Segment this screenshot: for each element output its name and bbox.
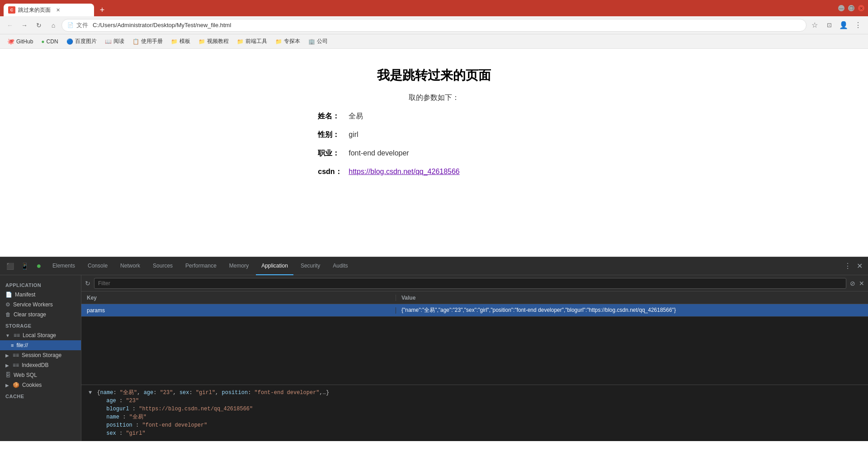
page-content: 我是跳转过来的页面 取的参数如下： 姓名： 全易 性别： girl 职业： fo…: [0, 49, 868, 257]
console-tree-area: ▼ {name: "全易", age: "23", sex: "girl", p…: [81, 385, 868, 441]
page-subtitle: 取的参数如下：: [409, 93, 459, 103]
sidebar-indexeddb-label: IndexedDB: [22, 362, 48, 368]
cookies-expand-icon: ▶: [5, 383, 9, 388]
devtools-more-button[interactable]: ⋮: [842, 260, 853, 272]
info-row-sex: 性别： girl: [318, 130, 460, 140]
bookmark-template[interactable]: 📁 模板: [167, 37, 194, 46]
sidebar-item-session-storage[interactable]: ▶ ≡≡ Session Storage: [0, 350, 81, 360]
blogurl-colon: :: [132, 406, 139, 412]
devtools-inspect-button[interactable]: ⬛: [4, 260, 16, 273]
tab-sources[interactable]: Sources: [147, 257, 178, 275]
bookmark-baidu[interactable]: 🔵 百度图片: [63, 37, 100, 46]
sidebar-section-cache: Cache: [0, 392, 81, 401]
filter-input[interactable]: [94, 278, 846, 289]
filter-bar: ↻ ⊘ ✕: [81, 275, 868, 291]
bookmark-special[interactable]: 📁 专探本: [272, 37, 304, 46]
tab-favicon: C: [8, 6, 15, 14]
table-row[interactable]: params {"name":"全易","age":"23","sex":"gi…: [81, 304, 868, 317]
tab-performance[interactable]: Performance: [180, 257, 222, 275]
devtools-close-button[interactable]: ✕: [855, 260, 864, 272]
manifest-icon: 📄: [5, 291, 12, 298]
bookmark-reading[interactable]: 📖 阅读: [101, 37, 128, 46]
tab-application[interactable]: Application: [256, 257, 293, 275]
value-column-header: Value: [396, 295, 868, 301]
tab-audits[interactable]: Audits: [327, 257, 353, 275]
url-text: C:/Users/Administrator/Desktop/MyTest/ne…: [93, 22, 231, 28]
console-root-line[interactable]: ▼ {name: "全易", age: "23", sex: "girl", p…: [89, 389, 861, 397]
tab-console[interactable]: Console: [82, 257, 113, 275]
bookmark-company-label: 公司: [317, 38, 328, 45]
nav-bar: ← → ↻ ⌂ 📄 文件 C:/Users/Administrator/Desk…: [0, 16, 868, 34]
reload-button[interactable]: ↻: [33, 19, 45, 32]
back-button[interactable]: ←: [4, 19, 16, 32]
devtools-canary-button[interactable]: ●: [33, 260, 45, 273]
bookmark-video[interactable]: 📁 视频教程: [195, 37, 232, 46]
cdn-icon: ●: [41, 38, 44, 45]
tab-close-button[interactable]: ✕: [54, 6, 61, 14]
age-key: age: [106, 398, 116, 404]
devtools-toolbar: ⬛ 📱 ● Elements Console Network Sources P…: [0, 257, 868, 275]
console-root-label: {name: "全易", age: "23", sex: "girl", pos…: [97, 390, 329, 396]
local-storage-icon: ≡≡: [14, 332, 20, 338]
sidebar-item-cookies[interactable]: ▶ 🍪 Cookies: [0, 380, 81, 390]
tab-audits-label: Audits: [333, 263, 348, 269]
clear-storage-icon: 🗑: [5, 311, 11, 318]
tab-memory[interactable]: Memory: [224, 257, 254, 275]
position-value: "font-end developer": [142, 422, 207, 428]
indexeddb-icon: ≡≡: [13, 362, 19, 368]
sidebar-item-clear-storage[interactable]: 🗑 Clear storage: [0, 310, 81, 320]
bookmark-manual[interactable]: 📋 使用手册: [129, 37, 166, 46]
devtools-body: Application 📄 Manifest ⚙ Service Workers…: [0, 275, 868, 441]
console-blogurl-line: blogurl : "https://blog.csdn.net/qq_4261…: [89, 405, 861, 413]
tab-security[interactable]: Security: [295, 257, 326, 275]
info-row-name: 姓名： 全易: [318, 112, 460, 121]
devtools-responsive-button[interactable]: 📱: [18, 260, 31, 273]
sidebar-item-local-storage[interactable]: ▼ ≡≡ Local Storage: [0, 330, 81, 340]
restore-button[interactable]: ❐: [848, 5, 854, 11]
nav-right-icons: ☆ ⊡ 👤 ⋮: [808, 19, 864, 32]
bookmark-github[interactable]: 🐙 GitHub: [4, 37, 37, 46]
forward-button[interactable]: →: [18, 19, 31, 32]
position-key: position: [106, 422, 132, 428]
tab-elements[interactable]: Elements: [47, 257, 80, 275]
tab-network[interactable]: Network: [115, 257, 146, 275]
sidebar-item-file[interactable]: ≡ file://: [0, 340, 81, 350]
active-tab[interactable]: C 跳过来的页面 ✕: [4, 4, 94, 16]
cookies-icon: 🍪: [13, 382, 19, 388]
bookmark-cdn[interactable]: ● CDN: [38, 38, 61, 46]
bookmark-cdn-label: CDN: [47, 38, 58, 45]
address-bar[interactable]: 📄 文件 C:/Users/Administrator/Desktop/MyTe…: [61, 19, 807, 32]
menu-button[interactable]: ⋮: [852, 19, 864, 32]
tab-sources-label: Sources: [153, 263, 173, 269]
sidebar-item-service-workers[interactable]: ⚙ Service Workers: [0, 300, 81, 310]
bookmark-button[interactable]: ☆: [808, 19, 821, 32]
sidebar-section-storage: Storage: [0, 321, 81, 330]
sidebar-session-storage-label: Session Storage: [22, 352, 61, 358]
sidebar-local-storage-label: Local Storage: [23, 332, 56, 338]
sidebar-item-manifest[interactable]: 📄 Manifest: [0, 290, 81, 300]
close-button[interactable]: ✕: [858, 5, 864, 11]
csdn-link[interactable]: https://blog.csdn.net/qq_42618566: [349, 168, 460, 176]
profile-button[interactable]: 👤: [837, 19, 850, 32]
bookmark-company[interactable]: 🏢 公司: [305, 37, 331, 46]
devtools-main-panel: ↻ ⊘ ✕ Key Value params {"name":"全易","age…: [81, 275, 868, 441]
video-icon: 📁: [198, 38, 205, 45]
filter-block-button[interactable]: ⊘: [850, 280, 855, 287]
filter-clear-button[interactable]: ✕: [859, 280, 864, 287]
name-label: 姓名：: [318, 112, 345, 121]
tree-expand-icon[interactable]: ▼: [89, 390, 92, 396]
minimize-button[interactable]: —: [838, 5, 844, 11]
filter-refresh-button[interactable]: ↻: [85, 280, 90, 287]
tab-network-label: Network: [120, 263, 140, 269]
name-key: name: [106, 414, 119, 420]
bookmark-frontend[interactable]: 📁 前端工具: [233, 37, 271, 46]
cast-button[interactable]: ⊡: [823, 19, 835, 32]
sidebar-item-indexeddb[interactable]: ▶ ≡≡ IndexedDB: [0, 360, 81, 370]
sex-value: girl: [349, 131, 358, 139]
new-tab-button[interactable]: +: [96, 4, 108, 16]
lock-icon: 📄: [67, 22, 74, 28]
info-row-csdn: csdn： https://blog.csdn.net/qq_42618566: [318, 167, 460, 177]
sidebar-item-web-sql[interactable]: 🗄 Web SQL: [0, 370, 81, 380]
home-button[interactable]: ⌂: [47, 19, 60, 32]
tab-bar: C 跳过来的页面 ✕ +: [4, 0, 838, 16]
